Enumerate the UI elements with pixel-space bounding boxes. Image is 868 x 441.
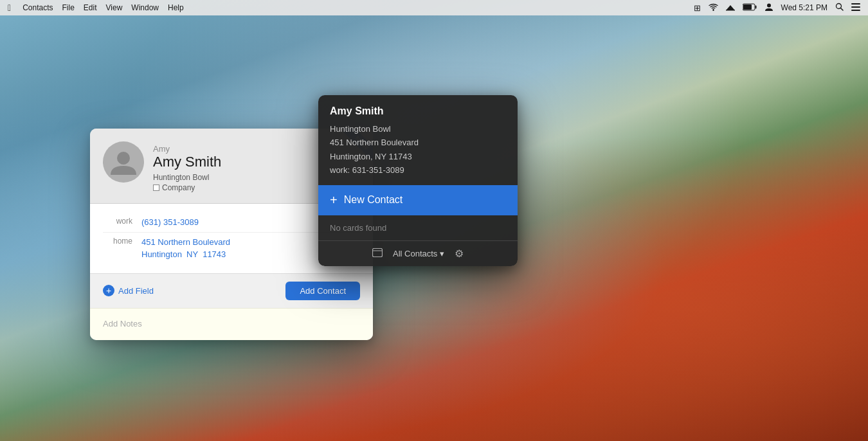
popup-footer: All Contacts ▾ ⚙	[318, 240, 518, 266]
add-field-button[interactable]: + Add Field	[103, 285, 154, 296]
company-checkbox[interactable]: Company	[153, 183, 195, 192]
avatar	[103, 141, 144, 183]
field-value-work[interactable]: (631) 351-3089	[141, 216, 199, 229]
popup-detail-line1: Huntington Bowl	[330, 124, 391, 134]
user-icon	[764, 3, 773, 14]
new-contact-label: New Contact	[344, 194, 403, 206]
menubar-window[interactable]: Window	[131, 3, 159, 12]
contact-actions: + Add Field Add Contact	[90, 273, 373, 308]
svg-point-5	[767, 3, 771, 7]
svg-marker-0	[727, 5, 734, 10]
svg-point-11	[117, 152, 130, 165]
no-cards-message: No cards found	[318, 215, 518, 240]
list-icon[interactable]	[851, 3, 860, 13]
battery-icon	[743, 3, 757, 13]
airplay-icon[interactable]	[726, 3, 735, 13]
add-contact-button[interactable]: Add Contact	[285, 282, 360, 300]
menubar-app-name[interactable]: Contacts	[23, 3, 53, 12]
all-contacts-label[interactable]: All Contacts ▾	[393, 249, 444, 258]
popup-contact-info: Amy Smith Huntington Bowl 451 Northern B…	[318, 95, 518, 185]
popup-contact-details: Huntington Bowl 451 Northern Boulevard H…	[330, 122, 506, 177]
menubar-edit[interactable]: Edit	[84, 3, 97, 12]
svg-rect-8	[851, 3, 860, 4]
new-contact-option[interactable]: + New Contact	[318, 185, 518, 215]
contact-notes[interactable]: Add Notes	[90, 308, 373, 340]
company-label: Company	[162, 183, 195, 192]
svg-rect-10	[851, 10, 860, 11]
media-key-icon: ⊞	[694, 3, 701, 13]
notes-placeholder: Add Notes	[103, 319, 142, 328]
field-value-home[interactable]: 451 Northern BoulevardHuntington NY 1174…	[141, 236, 230, 261]
field-label-home: home	[103, 236, 141, 246]
svg-rect-1	[726, 10, 735, 11]
menubar:  Contacts File Edit View Window Help ⊞	[0, 0, 868, 15]
menubar-help[interactable]: Help	[168, 3, 184, 12]
checkbox-box	[153, 184, 159, 191]
popup-detail-line2: 451 Northern Boulevard	[330, 138, 419, 147]
menubar-left:  Contacts File Edit View Window Help	[8, 3, 694, 13]
menubar-right: ⊞	[694, 3, 860, 14]
apple-menu[interactable]: 	[8, 3, 11, 13]
dark-popup: Amy Smith Huntington Bowl 451 Northern B…	[318, 95, 518, 266]
svg-rect-4	[755, 5, 756, 8]
add-field-icon: +	[103, 285, 114, 296]
popup-contact-name: Amy Smith	[330, 105, 506, 117]
add-field-label: Add Field	[118, 286, 154, 296]
cards-icon	[372, 248, 383, 259]
search-icon[interactable]	[835, 3, 844, 13]
field-label-work: work	[103, 216, 141, 226]
gear-icon[interactable]: ⚙	[455, 248, 464, 260]
popup-detail-line4: work: 631-351-3089	[330, 165, 404, 175]
svg-line-7	[841, 8, 843, 10]
menubar-clock: Wed 5:21 PM	[781, 3, 827, 12]
svg-rect-12	[373, 248, 383, 256]
menubar-file[interactable]: File	[62, 3, 74, 12]
wifi-icon[interactable]	[709, 3, 718, 13]
menubar-view[interactable]: View	[106, 3, 123, 12]
svg-rect-3	[743, 4, 752, 10]
svg-rect-9	[851, 6, 860, 8]
popup-detail-line3: Huntington, NY 11743	[330, 152, 412, 161]
new-contact-plus-icon: +	[330, 193, 338, 208]
